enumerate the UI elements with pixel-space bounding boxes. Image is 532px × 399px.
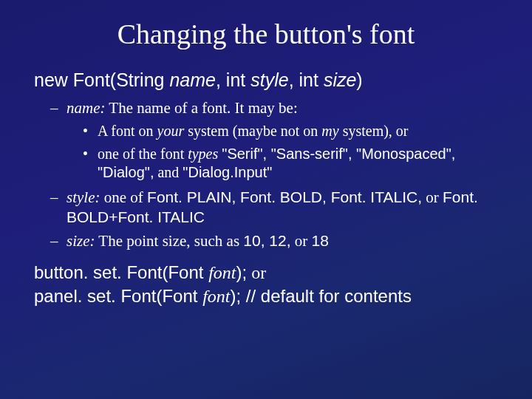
code: panel. set. Font(Font (34, 286, 202, 306)
sig-param-size: size (324, 69, 356, 90)
nums: 10, 12, (243, 232, 290, 249)
list-item: A font on your system (maybe not on my s… (83, 122, 502, 140)
or-text: or (247, 263, 266, 282)
param: font (202, 287, 230, 306)
text: The point size, such as (95, 232, 244, 250)
usage-line-2: panel. set. Font(Font font); // default … (34, 284, 502, 308)
sig-text: ) (356, 69, 362, 90)
sig-text: , int (289, 69, 324, 90)
code: button. set. Font(Font (34, 262, 208, 282)
param-label: style: (66, 188, 100, 206)
text: one of (100, 188, 147, 206)
sublist: A font on your system (maybe not on my s… (83, 122, 502, 182)
sig-text: new Font(String (34, 69, 169, 90)
text: system (maybe not on (184, 123, 321, 139)
text: A font on (98, 123, 157, 139)
emph: my (321, 123, 338, 139)
code: Font. PLAIN, Font. BOLD, Font. ITALIC, (147, 188, 422, 205)
param-label: size: (66, 232, 95, 250)
usage-lines: button. set. Font(Font font); or panel. … (34, 261, 502, 309)
list-item: one of the font types "Serif", "Sans-ser… (83, 145, 502, 182)
constructor-signature: new Font(String name, int style, int siz… (34, 69, 502, 91)
code: ); (236, 262, 247, 282)
text: or (422, 188, 443, 206)
slide: Changing the button's font new Font(Stri… (0, 0, 532, 309)
text: one of the font (98, 146, 188, 162)
param: font (208, 263, 236, 282)
param-list: name: The name of a font. It may be: A f… (50, 98, 502, 250)
param-desc: The name of a font. It may be: (105, 99, 297, 117)
nums: 18 (312, 232, 329, 249)
sig-text: , int (216, 69, 250, 90)
slide-title: Changing the button's font (30, 18, 502, 50)
text: and (154, 164, 183, 180)
text: system), or (339, 123, 409, 139)
usage-line-1: button. set. Font(Font font); or (34, 261, 502, 284)
emph: your (157, 123, 185, 139)
emph: types (188, 146, 218, 162)
font-names: "Dialog.Input" (183, 164, 272, 180)
text: or (291, 232, 312, 250)
sig-param-style: style (250, 69, 288, 90)
sig-param-name: name (169, 69, 216, 90)
list-item-name: name: The name of a font. It may be: A f… (50, 98, 502, 182)
code: ); // default for contents (230, 286, 411, 306)
list-item-size: size: The point size, such as 10, 12, or… (50, 231, 502, 250)
list-item-style: style: one of Font. PLAIN, Font. BOLD, F… (50, 188, 502, 227)
param-label: name: (66, 99, 105, 117)
